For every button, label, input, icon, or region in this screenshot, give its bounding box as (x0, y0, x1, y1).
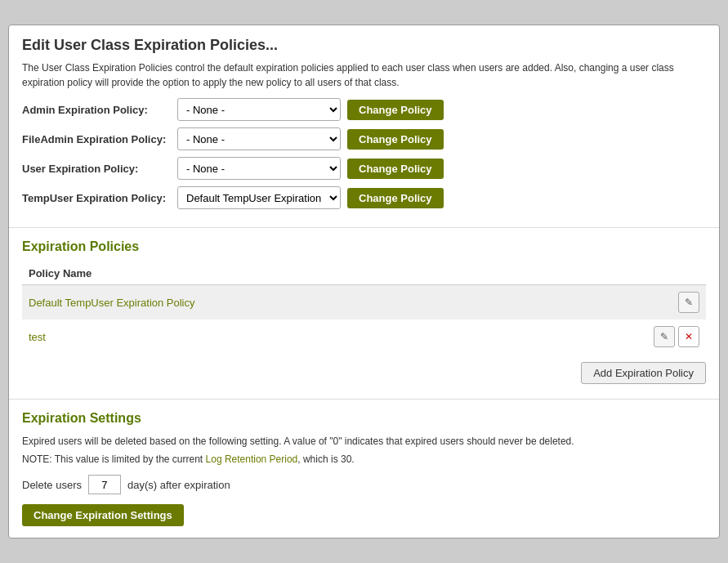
change-policy-btn-0[interactable]: Change Policy (347, 100, 444, 120)
policy-actions-cell-0: ✎ (641, 285, 706, 320)
change-expiration-settings-button[interactable]: Change Expiration Settings (22, 504, 184, 526)
delete-users-label-prefix: Delete users (22, 479, 82, 491)
policy-row-3: TempUser Expiration Policy:Default TempU… (22, 186, 706, 209)
policy-delete-btn-1[interactable]: ✕ (678, 326, 699, 347)
policy-rows-container: Admin Expiration Policy:- None -Change P… (22, 98, 706, 209)
policy-name-link-0[interactable]: Default TempUser Expiration Policy (29, 297, 195, 309)
policy-label-1: FileAdmin Expiration Policy: (22, 133, 177, 145)
policy-label-3: TempUser Expiration Policy: (22, 192, 177, 204)
delete-days-input[interactable] (88, 475, 121, 494)
policy-name-cell-1: test (22, 319, 641, 354)
policy-name-cell-0: Default TempUser Expiration Policy (22, 285, 641, 320)
settings-description: Expired users will be deleted based on t… (22, 434, 706, 449)
policy-label-0: Admin Expiration Policy: (22, 104, 177, 116)
change-policy-btn-1[interactable]: Change Policy (347, 129, 444, 150)
policy-table-row: Default TempUser Expiration Policy✎ (22, 285, 706, 320)
policy-actions-header (641, 262, 706, 285)
user-class-policies-section: Edit User Class Expiration Policies... T… (9, 25, 719, 228)
policies-table: Policy Name Default TempUser Expiration … (22, 262, 706, 354)
expiration-settings-title: Expiration Settings (22, 411, 706, 426)
change-policy-btn-2[interactable]: Change Policy (347, 159, 444, 179)
policy-label-2: User Expiration Policy: (22, 163, 177, 175)
policy-name-header: Policy Name (22, 262, 641, 285)
delete-users-label-suffix: day(s) after expiration (127, 479, 230, 491)
policy-actions-cell-1: ✎✕ (641, 319, 706, 354)
delete-row: Delete users day(s) after expiration (22, 475, 706, 494)
policy-edit-btn-0[interactable]: ✎ (678, 292, 699, 313)
policy-name-link-1[interactable]: test (29, 331, 46, 343)
intro-text: The User Class Expiration Policies contr… (22, 60, 706, 90)
policies-tbody: Default TempUser Expiration Policy✎test✎… (22, 285, 706, 355)
page-container: Edit User Class Expiration Policies... T… (8, 25, 720, 538)
log-retention-link[interactable]: Log Retention Period (206, 454, 298, 465)
policy-row-2: User Expiration Policy:- None -Change Po… (22, 157, 706, 180)
settings-note: NOTE: This value is limited by the curre… (22, 452, 706, 467)
expiration-policies-section: Expiration Policies Policy Name Default … (9, 228, 719, 400)
policy-table-row: test✎✕ (22, 319, 706, 354)
policy-select-0[interactable]: - None - (177, 98, 341, 121)
change-policy-btn-3[interactable]: Change Policy (347, 188, 444, 208)
policy-row-1: FileAdmin Expiration Policy:- None -Chan… (22, 127, 706, 150)
policy-select-1[interactable]: - None - (177, 127, 341, 150)
page-title: Edit User Class Expiration Policies... (22, 37, 706, 54)
policy-edit-btn-1[interactable]: ✎ (654, 326, 675, 347)
add-expiration-policy-button[interactable]: Add Expiration Policy (581, 362, 706, 384)
policy-select-2[interactable]: - None - (177, 157, 341, 180)
policy-select-3[interactable]: Default TempUser Expiration Policy (177, 186, 341, 209)
policy-row-0: Admin Expiration Policy:- None -Change P… (22, 98, 706, 121)
expiration-settings-section: Expiration Settings Expired users will b… (9, 400, 719, 538)
expiration-policies-title: Expiration Policies (22, 239, 706, 254)
add-policy-row: Add Expiration Policy (22, 362, 706, 387)
